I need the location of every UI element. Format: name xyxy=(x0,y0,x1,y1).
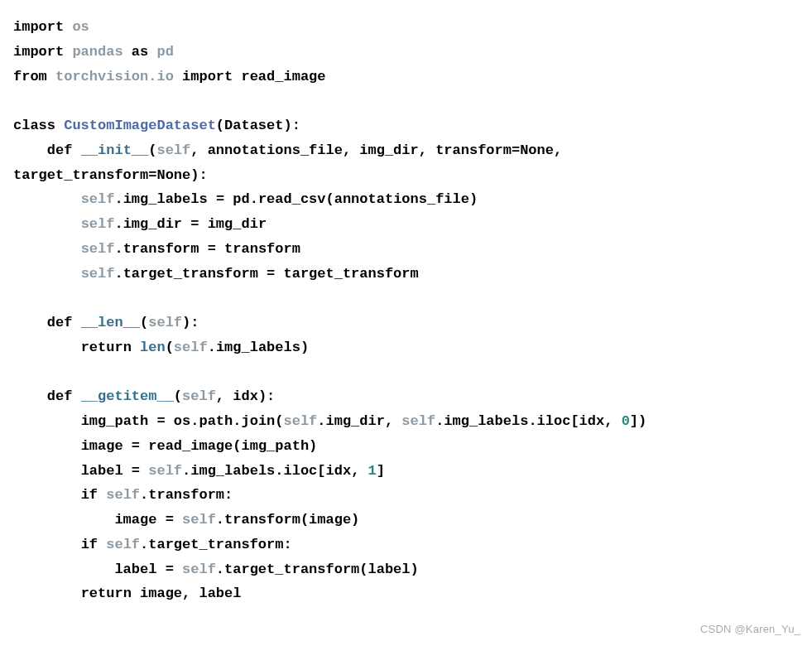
kw-as: as xyxy=(132,44,148,60)
param-target-transform: target_transform xyxy=(13,167,148,183)
arg-annotations-file: annotations_file xyxy=(334,191,469,207)
attr-img-labels: img_labels xyxy=(216,340,300,355)
pd: pd xyxy=(233,191,249,207)
name-read-image: read_image xyxy=(241,69,325,84)
self: self xyxy=(174,340,208,355)
param-transform: transform xyxy=(435,142,512,158)
self: self xyxy=(81,241,115,257)
fn-getitem: __getitem__ xyxy=(81,388,174,404)
img-labels: img_labels xyxy=(444,413,528,429)
kw-return: return xyxy=(81,586,132,601)
rhs-transform: transform xyxy=(224,241,300,257)
alias-pd: pd xyxy=(156,44,173,60)
ret-label: label xyxy=(199,586,241,601)
mod-os: os xyxy=(72,19,89,35)
fn-transform: transform xyxy=(224,512,300,528)
mod-torchvision-io: torchvision.io xyxy=(55,69,174,84)
base-class: Dataset xyxy=(224,118,283,133)
kw-def: def xyxy=(47,142,73,158)
mod-pandas: pandas xyxy=(72,44,123,60)
fn-target-transform: target_transform xyxy=(224,562,359,577)
var-image: image xyxy=(114,512,156,528)
fn-read-image: read_image xyxy=(148,438,233,454)
kw-import: import xyxy=(13,19,64,35)
code-line: self.target_transform = target_transform xyxy=(13,266,419,282)
fn-len: __len__ xyxy=(81,315,140,330)
blank-line xyxy=(13,364,22,380)
idx: idx xyxy=(579,413,605,429)
kw-return: return xyxy=(81,340,132,355)
img-dir: img_dir xyxy=(326,413,385,429)
param-img-dir: img_dir xyxy=(359,142,418,158)
code-line: class CustomImageDataset(Dataset): xyxy=(13,118,300,133)
code-line: def __getitem__(self, idx): xyxy=(13,388,275,404)
arg-img-path: img_path xyxy=(241,438,309,454)
iloc: iloc xyxy=(284,463,318,479)
watermark: CSDN @Karen_Yu_ xyxy=(700,620,800,639)
attr-img-dir: img_dir xyxy=(123,216,182,232)
code-line: image = read_image(img_path) xyxy=(13,438,317,454)
code-line: from torchvision.io import read_image xyxy=(13,69,326,84)
class-name: CustomImageDataset xyxy=(64,118,216,133)
code-block: import os import pandas as pd from torch… xyxy=(0,0,812,619)
kw-def: def xyxy=(47,315,73,330)
arg-label: label xyxy=(368,562,411,577)
num-one: 1 xyxy=(368,463,377,479)
attr-target-transform: target_transform xyxy=(148,537,283,552)
self: self xyxy=(401,413,435,429)
self: self xyxy=(148,315,182,330)
join: join xyxy=(241,413,275,429)
kw-import: import xyxy=(182,69,233,84)
code-line: self.img_dir = img_dir xyxy=(13,216,267,232)
code-line: return len(self.img_labels) xyxy=(13,340,309,355)
self: self xyxy=(81,266,115,282)
ret-image: image xyxy=(140,586,182,601)
param-annotations-file: annotations_file xyxy=(208,142,343,158)
code-line: if self.transform: xyxy=(13,487,233,503)
path: path xyxy=(199,413,233,429)
kw-from: from xyxy=(13,69,47,84)
code-line: def __init__(self, annotations_file, img… xyxy=(13,142,562,158)
attr-target-transform: target_transform xyxy=(123,266,258,282)
self: self xyxy=(182,388,216,404)
kw-if: if xyxy=(81,487,98,503)
self: self xyxy=(284,413,318,429)
code-line: import pandas as pd xyxy=(13,44,174,60)
iloc: iloc xyxy=(537,413,571,429)
idx: idx xyxy=(326,463,352,479)
var-label: label xyxy=(81,463,123,479)
code-line: label = self.img_labels.iloc[idx, 1] xyxy=(13,463,385,479)
blank-line xyxy=(13,93,22,108)
kw-if: if xyxy=(81,537,98,552)
code-line: return image, label xyxy=(13,586,241,601)
code-line: import os xyxy=(13,19,89,35)
self: self xyxy=(156,142,190,158)
code-line: self.img_labels = pd.read_csv(annotation… xyxy=(13,191,478,207)
self: self xyxy=(81,191,115,207)
builtin-len: len xyxy=(140,340,166,355)
none: None xyxy=(520,142,554,158)
kw-import: import xyxy=(13,44,64,60)
var-img-path: img_path xyxy=(81,413,149,429)
kw-class: class xyxy=(13,118,55,133)
self: self xyxy=(182,562,216,577)
self: self xyxy=(182,512,216,528)
os: os xyxy=(174,413,190,429)
code-line: label = self.target_transform(label) xyxy=(13,562,419,577)
code-line: image = self.transform(image) xyxy=(13,512,359,528)
self: self xyxy=(106,487,140,503)
self: self xyxy=(148,463,182,479)
attr-img-labels: img_labels xyxy=(123,191,208,207)
none: None xyxy=(156,167,190,183)
param-idx: idx xyxy=(233,388,258,404)
code-line: target_transform=None): xyxy=(13,167,208,183)
fn-read-csv: read_csv xyxy=(258,191,326,207)
img-labels: img_labels xyxy=(190,463,275,479)
attr-transform: transform xyxy=(123,241,199,257)
rhs-img-dir: img_dir xyxy=(208,216,267,232)
code-line: self.transform = transform xyxy=(13,241,300,257)
num-zero: 0 xyxy=(622,413,630,429)
arg-image: image xyxy=(309,512,351,528)
attr-transform: transform xyxy=(148,487,224,503)
code-line: if self.target_transform: xyxy=(13,537,292,552)
